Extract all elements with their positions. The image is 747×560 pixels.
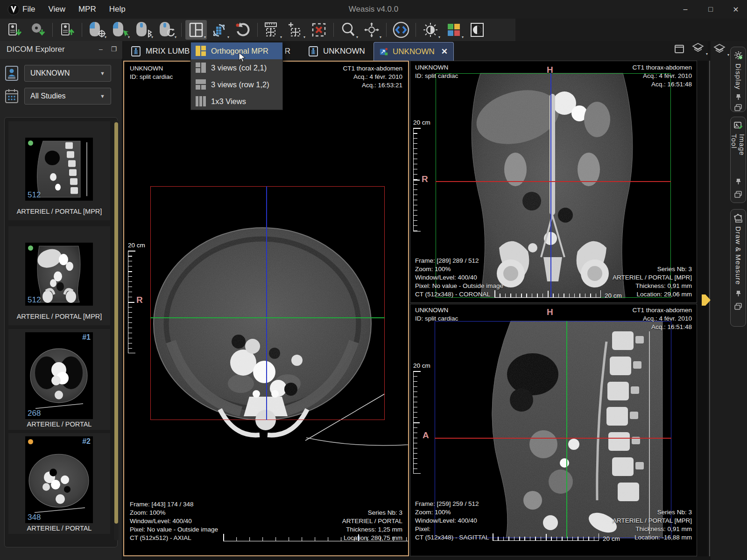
3-views-col-layout-icon (196, 63, 206, 73)
overlay-top-right: CT1 thorax-abdomenAcq.: 4 févr. 2010Acq.… (343, 64, 402, 90)
panel-minimize-icon[interactable]: – (97, 45, 105, 53)
tab-draw-measure[interactable]: Draw & Measure (730, 209, 746, 327)
chevron-down-icon: ▾ (706, 52, 708, 56)
series-scrollbar[interactable] (114, 120, 119, 540)
patient-select[interactable]: UNKNOWN ▼ (24, 65, 111, 82)
crosshair-horizontal[interactable] (435, 438, 671, 439)
overlay-top-left: UNKNOWNID: split cardiac (415, 63, 458, 80)
viewport-axial[interactable]: R UNKNOWNID: split cardiac CT1 thorax-ab… (123, 61, 409, 556)
lut-icon[interactable]: ▾ (443, 20, 465, 40)
crosshair-vertical[interactable] (550, 73, 551, 298)
series-thumbnail[interactable]: 512 ARTERIEL / PORTAL [MPR] (8, 121, 110, 220)
image-tool-icon (733, 121, 743, 130)
pin-icon[interactable] (733, 93, 743, 100)
layout-dropdown-menu: Orthogonal MPR 3 views (col 2,1) 3 views… (190, 42, 283, 110)
mouse-wheel-action-icon[interactable]: ▾ (156, 20, 177, 40)
layout-icon[interactable]: ▾ (185, 20, 207, 40)
menu-file[interactable]: File (22, 5, 35, 14)
menu-item-1x3-views[interactable]: 1x3 Views (191, 93, 282, 110)
chevron-down-icon: ▼ (100, 93, 105, 99)
xray-series-icon (308, 46, 318, 56)
reset-display-icon[interactable] (390, 20, 412, 40)
patient-icon (5, 65, 19, 81)
chevron-down-icon: ▾ (727, 53, 729, 57)
draw-measure-icon (733, 213, 743, 223)
mouse-middle-action-icon[interactable]: ▾ (133, 20, 154, 40)
series-scrollbar-thumb[interactable] (114, 122, 118, 524)
menu-item-3-views-row[interactable]: 3 views (row 1,2) (191, 76, 282, 93)
menu-mpr[interactable]: MPR (78, 5, 96, 14)
series-label: ARTERIEL / PORTAL [MPR] (8, 313, 110, 320)
menu-view[interactable]: View (48, 5, 65, 14)
gear-icon (733, 51, 743, 60)
import-image-icon[interactable] (4, 20, 25, 40)
overlay-bottom-right: Series Nb: 3ARTERIEL / PORTAL [MPR]Thick… (613, 508, 692, 542)
dicom-explorer-header: DICOM Explorer – ❐ (0, 41, 122, 59)
close-tab-icon[interactable]: ✕ (441, 47, 448, 56)
splitter-collapse-arrow[interactable] (702, 294, 711, 306)
tab-unknown[interactable]: UNKNOWN (303, 42, 372, 61)
menu-item-3-views-col[interactable]: 3 views (col 2,1) (191, 59, 282, 76)
menu-item-orthogonal-mpr[interactable]: Orthogonal MPR (191, 42, 282, 59)
mouse-right-action-icon[interactable]: ▾ (109, 20, 131, 40)
ct-thumbnail-axial-chest (25, 332, 93, 419)
reset-icon[interactable] (232, 20, 254, 40)
pin-icon[interactable] (733, 176, 743, 186)
import-cd-dvd-icon[interactable] (27, 20, 49, 40)
maximize-window-icon[interactable]: □ (706, 5, 715, 14)
crosshair-vertical[interactable] (266, 186, 267, 420)
vertical-scale: 20 cm (413, 119, 430, 231)
float-window-icon[interactable] (733, 302, 743, 311)
viewport-coronal[interactable]: H R UNKNOWNID: split cardiac CT1 thorax-… (410, 61, 697, 303)
series-open-dot (28, 245, 33, 251)
panel-splitter[interactable] (709, 61, 710, 556)
layers-icon[interactable] (713, 44, 726, 54)
series-label: ARTERIEL / PORTAL [MPR] (8, 208, 110, 215)
tab-unknown-mpr-active[interactable]: UNKNOWN ✕ (374, 42, 454, 61)
horizontal-scale: 20 cm (494, 291, 622, 298)
menu-help[interactable]: Help (109, 5, 126, 14)
draw-icon[interactable]: ▾ (285, 20, 306, 40)
series-image-count: 512 (28, 295, 41, 305)
layers-icon[interactable] (692, 43, 704, 53)
tab-image-tool[interactable]: Image Tool (730, 117, 746, 203)
tab-display[interactable]: Display (730, 47, 746, 112)
measurement-icon[interactable]: ▾ (261, 20, 283, 40)
series-thumbnail[interactable]: #2 348 ARTERIEL / PORTAL (8, 433, 110, 534)
series-image-count: 268 (28, 409, 41, 418)
export-image-icon[interactable] (56, 20, 78, 40)
float-window-icon[interactable] (733, 189, 743, 199)
pan-icon[interactable]: ▾ (361, 20, 382, 40)
orientation-marker-top: H (547, 65, 553, 75)
series-thumbnail[interactable]: #1 268 ARTERIEL / PORTAL (8, 329, 110, 430)
weasis-logo-icon (7, 3, 20, 15)
float-window-icon[interactable] (733, 104, 743, 111)
weasis-window: File View MPR Help Weasis v4.0.0 – □ ✕ (0, 0, 747, 560)
crosshair-horizontal[interactable] (150, 317, 385, 318)
3-views-row-layout-icon (196, 79, 206, 90)
series-thumbnail[interactable]: 512 ARTERIEL / PORTAL [MPR] (8, 226, 110, 325)
maximize-panel-icon[interactable] (674, 44, 684, 54)
overlay-top-right: CT1 thorax-abdomenAcq.: 4 févr. 2010Acq.… (632, 306, 692, 331)
crosshair-horizontal[interactable] (436, 181, 671, 182)
series-badge: #2 (82, 437, 91, 446)
synch-icon[interactable]: ▾ (209, 20, 230, 40)
title-bar: File View MPR Help Weasis v4.0.0 – □ ✕ (0, 0, 747, 19)
xray-series-icon (131, 46, 141, 56)
invert-lut-icon[interactable] (466, 20, 488, 40)
viewport-sagittal[interactable]: H A UNKNOWNID: split cardiac CT1 thorax-… (410, 304, 697, 556)
overlay-top-right: CT1 thorax-abdomenAcq.: 4 févr. 2010Acq.… (632, 63, 692, 89)
minimize-window-icon[interactable]: – (681, 5, 690, 14)
delete-measurements-icon[interactable] (308, 20, 330, 40)
window-level-icon[interactable]: ▾ (420, 20, 441, 40)
mouse-left-action-icon[interactable]: ▾ (86, 20, 107, 40)
orthogonal-mpr-layout-icon (196, 46, 206, 56)
study-select[interactable]: All Studies ▼ (24, 88, 111, 105)
panel-restore-icon[interactable]: ❐ (110, 45, 118, 53)
dicom-explorer-panel: DICOM Explorer – ❐ UNKNOWN ▼ All Studies… (0, 41, 122, 560)
crosshair-vertical[interactable] (566, 321, 567, 538)
viewport-grid: R UNKNOWNID: split cardiac CT1 thorax-ab… (123, 61, 708, 556)
close-window-icon[interactable]: ✕ (731, 5, 740, 14)
zoom-icon[interactable]: ▾ (338, 20, 359, 40)
pin-icon[interactable] (733, 289, 743, 298)
